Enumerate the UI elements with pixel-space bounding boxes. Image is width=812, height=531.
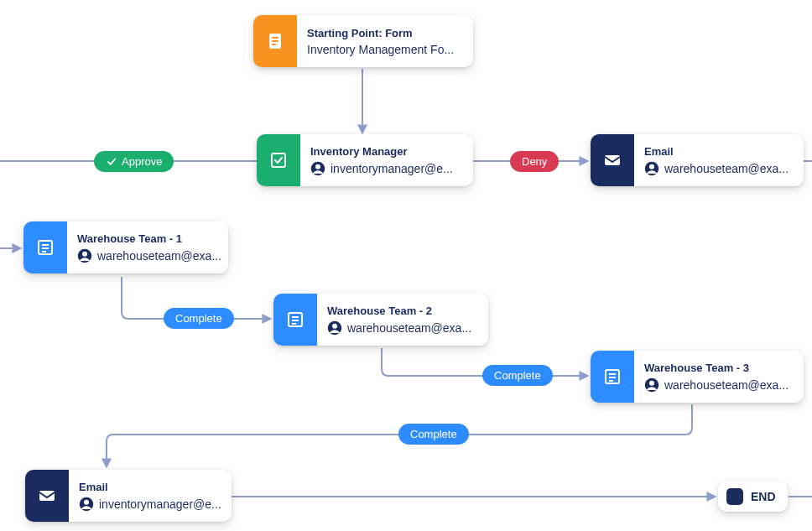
node-start-form[interactable]: Starting Point: Form Inventory Managemen… xyxy=(253,15,473,67)
form-icon xyxy=(253,15,297,67)
email-icon xyxy=(591,134,634,186)
node-title: Email xyxy=(644,145,789,158)
badge-deny: Deny xyxy=(510,151,559,172)
node-warehouse-3[interactable]: Warehouse Team - 3 warehouseteam@exa... xyxy=(591,351,804,403)
node-subtitle: warehouseteam@exa... xyxy=(327,320,471,336)
svg-rect-3 xyxy=(272,44,276,45)
node-warehouse-2[interactable]: Warehouse Team - 2 warehouseteam@exa... xyxy=(273,294,488,346)
node-title: Warehouse Team - 2 xyxy=(327,305,471,317)
node-email-manager[interactable]: Email inventorymanager@e... xyxy=(25,470,232,522)
badge-complete-2: Complete xyxy=(482,365,553,386)
svg-rect-7 xyxy=(605,155,620,165)
node-title: Warehouse Team - 1 xyxy=(77,232,221,245)
node-inventory-manager[interactable]: Inventory Manager inventorymanager@e... xyxy=(257,134,473,186)
node-subtitle: inventorymanager@e... xyxy=(310,161,453,176)
task-icon xyxy=(257,134,300,186)
user-icon xyxy=(310,161,325,176)
svg-rect-2 xyxy=(272,40,278,42)
user-icon xyxy=(644,161,659,176)
user-icon xyxy=(644,377,659,393)
node-title: Email xyxy=(79,481,221,493)
svg-rect-1 xyxy=(272,37,278,39)
stop-icon xyxy=(726,488,743,505)
svg-point-27 xyxy=(649,380,654,385)
node-end[interactable]: END xyxy=(718,482,788,512)
list-icon xyxy=(273,294,317,346)
node-warehouse-1[interactable]: Warehouse Team - 1 warehouseteam@exa... xyxy=(23,221,228,273)
check-icon xyxy=(106,156,117,168)
list-icon xyxy=(591,351,634,403)
list-icon xyxy=(23,221,67,273)
svg-point-30 xyxy=(84,499,89,504)
badge-complete-3: Complete xyxy=(398,424,469,445)
svg-point-21 xyxy=(332,323,337,328)
node-subtitle: warehouseteam@exa... xyxy=(644,161,789,176)
node-email-warehouse[interactable]: Email warehouseteam@exa... xyxy=(591,134,804,186)
email-icon xyxy=(25,470,69,522)
svg-point-15 xyxy=(82,251,87,256)
user-icon xyxy=(79,497,94,512)
svg-rect-28 xyxy=(39,491,55,501)
node-title: Warehouse Team - 3 xyxy=(644,362,789,374)
node-title: Starting Point: Form xyxy=(307,27,454,39)
end-label: END xyxy=(751,490,776,503)
svg-rect-4 xyxy=(272,154,285,167)
badge-approve: Approve xyxy=(94,151,174,172)
node-title: Inventory Manager xyxy=(310,145,453,158)
svg-point-9 xyxy=(649,164,654,169)
user-icon xyxy=(77,248,92,263)
node-subtitle: warehouseteam@exa... xyxy=(644,377,789,393)
node-subtitle: Inventory Management Fo... xyxy=(307,43,454,56)
node-subtitle: warehouseteam@exa... xyxy=(77,248,221,263)
node-subtitle: inventorymanager@e... xyxy=(79,497,221,512)
badge-complete-1: Complete xyxy=(164,308,234,329)
user-icon xyxy=(327,320,342,336)
svg-point-6 xyxy=(315,164,320,169)
